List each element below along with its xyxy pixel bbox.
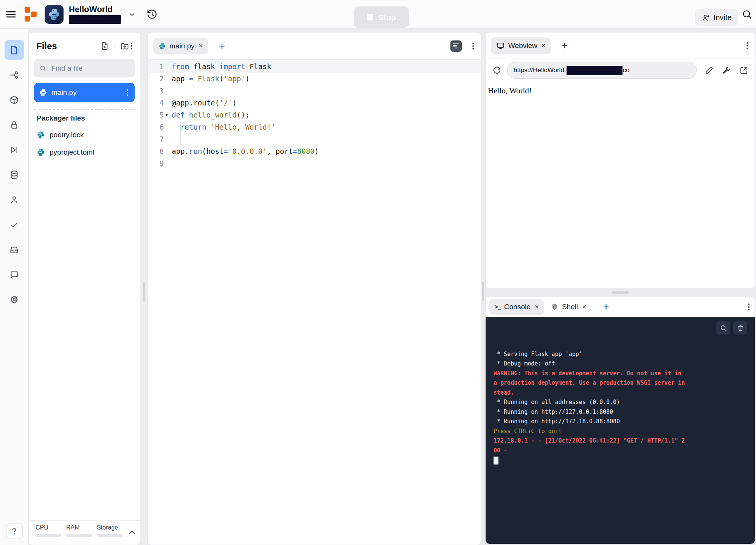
file-row-selected[interactable]: main.py <box>34 83 135 102</box>
shell-tab[interactable]: Shell × <box>544 303 592 311</box>
code-line[interactable]: 2app = Flask('app') <box>148 73 481 85</box>
console-tab[interactable]: >_ Console × <box>489 299 544 315</box>
new-tab-button[interactable]: + <box>601 301 611 313</box>
line-number: 8 <box>148 145 164 157</box>
tool-account[interactable] <box>5 190 24 209</box>
file-options-button[interactable] <box>125 87 130 99</box>
divider <box>115 43 115 49</box>
tool-files[interactable] <box>5 40 24 60</box>
find-file-input[interactable] <box>51 64 129 73</box>
terminal-line: * Running on all addresses (0.0.0.0) <box>494 398 755 407</box>
new-tab-button[interactable]: + <box>559 40 570 51</box>
files-menu-button[interactable] <box>129 40 134 52</box>
trash-icon <box>737 324 744 332</box>
refresh-button[interactable] <box>492 65 502 76</box>
project-menu-chevron[interactable] <box>128 10 136 19</box>
global-search-button[interactable] <box>741 9 753 20</box>
close-tab-button[interactable]: × <box>541 42 546 50</box>
tab-label: Shell <box>562 303 578 311</box>
tool-checks[interactable] <box>5 215 24 234</box>
add-folder-icon <box>120 42 129 51</box>
add-folder-button[interactable] <box>120 42 129 51</box>
tool-settings[interactable] <box>5 290 24 309</box>
tab-label: main.py <box>169 42 195 50</box>
open-external-button[interactable] <box>739 65 749 75</box>
fold-arrow-icon[interactable]: ▼ <box>165 109 168 121</box>
tool-version-control[interactable] <box>5 65 24 85</box>
collapse-resources-button[interactable] <box>127 528 137 537</box>
stop-square-icon <box>367 14 373 20</box>
database-icon <box>9 170 19 180</box>
webview-toolbar: https://HelloWorld.co <box>486 59 755 82</box>
code-line[interactable]: 7 <box>148 133 481 145</box>
console-menu-button[interactable] <box>747 301 751 313</box>
invite-button[interactable]: Invite <box>695 9 738 26</box>
code-text: @app.route('/') <box>172 97 237 109</box>
url-suffix: co <box>623 67 630 74</box>
editor-right-splitter[interactable] <box>481 32 485 545</box>
code-line[interactable]: 1from flask import Flask <box>148 60 481 73</box>
find-file-box <box>34 59 135 77</box>
tool-secrets[interactable] <box>5 115 24 135</box>
code-editor[interactable]: 1from flask import Flask2app = Flask('ap… <box>148 60 481 169</box>
line-number: 5 <box>148 109 164 121</box>
splitter-handle[interactable] <box>143 282 145 301</box>
code-text: app.run(host='0.0.0.0', port=8080) <box>172 145 319 157</box>
file-name: pyproject.toml <box>50 148 94 156</box>
webview-menu-button[interactable] <box>745 40 750 52</box>
history-button[interactable] <box>145 8 158 21</box>
files-panel: Files main.py Packager files poetry.lock… <box>28 32 140 545</box>
help-button[interactable]: ? <box>6 523 23 539</box>
close-tab-button[interactable]: × <box>534 303 539 311</box>
file-outline-button[interactable] <box>450 40 462 52</box>
terminal-search-button[interactable] <box>716 321 730 334</box>
splitter-handle[interactable] <box>612 291 629 294</box>
shell-icon <box>550 303 559 311</box>
search-icon <box>741 9 753 20</box>
chevron-down-icon <box>128 10 136 19</box>
webview-tab[interactable]: Webview × <box>491 37 551 54</box>
files-editor-splitter[interactable] <box>140 32 147 545</box>
devtools-button[interactable] <box>722 65 731 75</box>
files-panel-title: Files <box>36 41 95 51</box>
code-line[interactable]: 6 return 'Hello, World!' <box>148 121 481 133</box>
url-bar[interactable]: https://HelloWorld.co <box>507 62 697 79</box>
webview-console-splitter[interactable] <box>485 288 755 297</box>
file-name: poetry.lock <box>50 131 84 139</box>
add-file-icon <box>100 42 109 51</box>
close-tab-button[interactable]: × <box>198 42 203 50</box>
editor-tab-mainpy[interactable]: main.py × <box>153 38 208 54</box>
edit-pencil-icon <box>704 65 714 75</box>
file-row[interactable]: poetry.lock <box>29 126 140 144</box>
terminal-line: 172.18.0.1 - - [21/Oct/2022 06:41:22] "G… <box>494 436 755 446</box>
stop-button[interactable]: Stop <box>354 6 409 28</box>
tool-packages[interactable] <box>5 90 24 110</box>
add-file-button[interactable] <box>100 42 109 51</box>
code-line[interactable]: 3 <box>148 85 481 97</box>
terminal-prompt-icon: >_ <box>495 303 501 310</box>
run-icon <box>9 145 19 155</box>
ram-meter: RAM <box>66 524 92 537</box>
tool-run[interactable] <box>5 140 24 159</box>
code-line[interactable]: 9 <box>148 157 481 169</box>
terminal-clear-button[interactable] <box>733 321 747 334</box>
code-line[interactable]: 4@app.route('/') <box>148 97 481 109</box>
file-row[interactable]: pyproject.toml <box>29 144 140 161</box>
account-icon <box>9 195 19 205</box>
code-line[interactable]: 8app.run(host='0.0.0.0', port=8080) <box>148 145 481 157</box>
devtools-wrench-icon <box>722 65 731 75</box>
new-tab-button[interactable]: + <box>217 40 227 52</box>
edit-url-button[interactable] <box>704 65 714 75</box>
code-line[interactable]: 5▼def hello_world(): <box>148 109 481 121</box>
splitter-handle[interactable] <box>482 282 484 301</box>
console-panel: >_ Console × Shell × + * Serving Flask a… <box>485 297 755 544</box>
terminal-output[interactable]: * Serving Flask app 'app' * Debug mode: … <box>486 317 755 544</box>
file-name: main.py <box>51 88 121 97</box>
close-tab-button[interactable]: × <box>581 303 586 311</box>
hamburger-menu-button[interactable] <box>5 9 17 20</box>
tool-inbox[interactable] <box>5 240 24 259</box>
tool-chat[interactable] <box>5 265 24 284</box>
editor-menu-button[interactable] <box>471 40 475 52</box>
tool-database[interactable] <box>5 165 24 184</box>
terminal-cursor <box>494 457 498 464</box>
